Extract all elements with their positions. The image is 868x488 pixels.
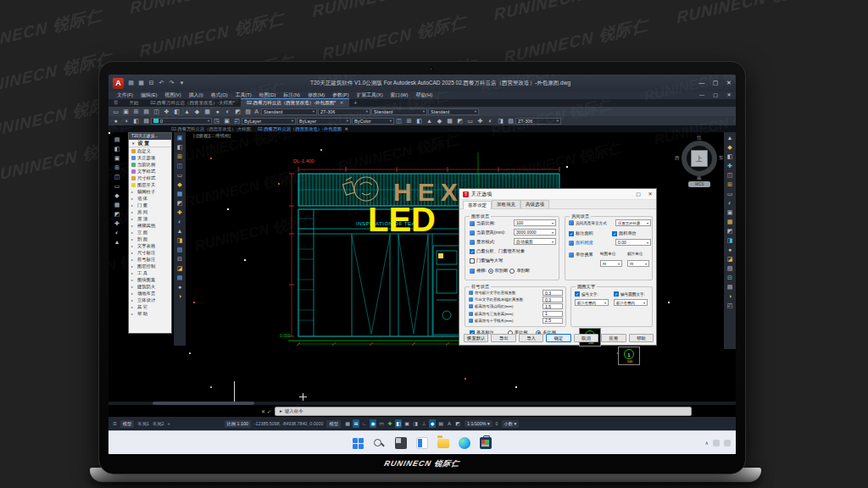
checkbox-checked-icon[interactable] <box>569 231 574 236</box>
circle-text-combo-1[interactable]: 标注在圈内▾ <box>575 299 609 306</box>
tz-section-15[interactable]: ▸建筑防火 <box>129 283 171 290</box>
docked-toolbar-icon[interactable]: ⊟ <box>726 274 734 281</box>
linetype-combo[interactable]: ByLayer▾ <box>297 118 351 125</box>
doc-minimize-button[interactable]: — <box>695 92 709 99</box>
status-toggle-icon[interactable]: ▭ <box>378 419 385 428</box>
checkbox-checked-icon[interactable] <box>575 291 580 297</box>
docked-toolbar-icon[interactable]: ◩ <box>114 210 121 218</box>
dialog-maximize-button[interactable]: ▢ <box>632 189 644 200</box>
radio-icon[interactable] <box>509 269 515 274</box>
dialog-button-generic[interactable]: 恢复默认 <box>464 334 488 342</box>
status-toggle-icon[interactable]: ▤ <box>437 419 444 428</box>
docked-toolbar-icon[interactable]: ✚ <box>176 208 184 216</box>
layer-tool-icon[interactable]: ▤ <box>142 117 150 125</box>
draw-unit-combo[interactable]: m▾ <box>600 260 622 267</box>
tz-section-8[interactable]: ▸剖 面 <box>129 236 171 242</box>
dim-unit-combo[interactable]: m▾ <box>627 260 649 267</box>
tz-section-11[interactable]: ▸符号标注 <box>129 256 171 263</box>
toolbar-icon[interactable]: ▣ <box>122 108 130 116</box>
docked-toolbar-icon[interactable]: ◆ <box>726 143 734 151</box>
dim-style-combo-2[interactable]: ZT-306▾ <box>515 118 561 125</box>
tz-tool-3[interactable]: 当前比例 <box>129 161 171 168</box>
tz-section-1[interactable]: ▸轴网柱子 <box>129 188 171 195</box>
status-toggle-icon[interactable]: ⊥ <box>420 419 427 428</box>
menu-item[interactable]: 扩展工具(X) <box>357 92 383 99</box>
toolbar-icon[interactable]: ⊞ <box>132 108 140 116</box>
compass-north[interactable]: 北 <box>697 135 702 141</box>
tz-tool-2[interactable]: 天正选项 <box>129 154 171 161</box>
modify-tool-icon[interactable]: ◫ <box>395 117 403 125</box>
status-toggle-icon[interactable]: ◧ <box>395 419 402 428</box>
docked-toolbar-icon[interactable]: ▭ <box>114 182 121 190</box>
precision-combo[interactable]: 0.00▾ <box>615 239 651 246</box>
status-toggle-icon[interactable]: ◉ <box>370 419 376 428</box>
layer-tool-icon[interactable]: ◳ <box>213 117 220 125</box>
viewport-controls[interactable]: [-][俯视][二维线框] <box>193 133 231 139</box>
docked-toolbar-icon[interactable]: ▲ <box>114 238 121 246</box>
menu-item[interactable]: 窗口(W) <box>391 92 409 99</box>
docked-toolbar-icon[interactable]: ◧ <box>114 145 121 152</box>
layer-tool-icon[interactable]: ◑ <box>122 117 130 125</box>
tray-network-icon[interactable] <box>713 440 720 446</box>
docked-toolbar-icon[interactable]: ● <box>176 283 184 291</box>
dialog-button-generic[interactable]: 导出 <box>491 334 515 342</box>
modify-tool-icon[interactable]: ▭ <box>466 117 474 125</box>
start-tab[interactable]: 开始 <box>123 99 144 107</box>
symbol-row-input[interactable]: 0.3 <box>542 297 563 302</box>
tz-section-10[interactable]: ▸尺寸标注 <box>129 249 171 256</box>
layer-tool-icon[interactable]: ◰ <box>233 117 241 125</box>
menu-item[interactable]: 帮助(H) <box>416 92 433 99</box>
compass-east[interactable]: 东 <box>719 155 724 161</box>
quick-access-icon[interactable]: ▾ <box>178 79 186 87</box>
quick-access-icon[interactable]: ↶ <box>158 79 165 87</box>
hamburger-icon[interactable]: ☰ <box>114 99 118 107</box>
maximize-button[interactable]: ▢ <box>709 75 722 92</box>
docked-toolbar-icon[interactable]: ▲ <box>176 227 184 235</box>
scale-indicator[interactable]: 比例 1:100 <box>225 420 251 428</box>
layer-tool-icon[interactable]: ● <box>112 117 120 125</box>
modify-tool-icon[interactable]: ▦ <box>446 117 453 125</box>
tz-section-3[interactable]: ▸门 窗 <box>129 202 171 208</box>
docked-toolbar-icon[interactable]: ◫ <box>726 171 734 179</box>
dialog-titlebar[interactable]: T 天正选项 ▢ ✕ <box>459 189 656 200</box>
symbol-row-input[interactable]: 2.5 <box>542 318 563 324</box>
modify-tool-icon[interactable]: ▲ <box>426 117 433 125</box>
docked-toolbar-icon[interactable]: ◰ <box>726 302 734 309</box>
text-style-icon[interactable]: A <box>253 108 260 116</box>
toolbar-icon[interactable]: ◧ <box>173 108 181 116</box>
tab-bold-fill[interactable]: 加粗填充 <box>492 200 520 208</box>
modify-tool-icon[interactable]: ⊞ <box>405 117 413 125</box>
new-layout-button[interactable]: + <box>167 421 170 426</box>
toolbar-icon[interactable]: ▦ <box>203 108 211 116</box>
checkbox-checked-icon[interactable] <box>470 249 475 254</box>
tz-section-5[interactable]: ▸屋 顶 <box>129 215 171 222</box>
doc-maximize-button[interactable]: ▢ <box>709 92 722 99</box>
docked-toolbar-icon[interactable]: ▤ <box>176 274 184 281</box>
drawing-tab-1[interactable]: 02.西餐万科云店（西营里改造）-大样图* <box>144 99 241 107</box>
quick-access-icon[interactable]: ↷ <box>168 79 175 87</box>
docked-toolbar-icon[interactable]: ◨ <box>176 236 184 244</box>
menu-item[interactable]: 插入(I) <box>189 92 203 99</box>
menu-item[interactable]: 格式(O) <box>211 92 228 99</box>
toolbar-icon[interactable]: ▧ <box>244 108 252 116</box>
symbol-row-input[interactable]: 1 <box>542 311 563 317</box>
file-explorer-button[interactable] <box>437 437 449 449</box>
doc-tab-1[interactable]: 02.西餐万科云店（西营里改造）-大样图 <box>171 126 251 132</box>
minimize-button[interactable]: — <box>695 75 709 92</box>
menu-item[interactable]: 视图(V) <box>164 92 181 99</box>
layer-combo[interactable]: 0 ▾ <box>151 118 212 125</box>
start-button[interactable] <box>353 437 364 449</box>
status-toggle-icon[interactable]: A <box>446 419 453 428</box>
status-toggle-icon[interactable]: ◩ <box>454 419 461 428</box>
quick-access-icon[interactable]: ▦ <box>137 79 145 87</box>
docked-toolbar-icon[interactable]: ◆ <box>114 191 121 199</box>
tab-close-icon[interactable]: ✕ <box>340 100 344 105</box>
docked-toolbar-icon[interactable]: ◧ <box>726 152 734 160</box>
docked-toolbar-icon[interactable]: ◩ <box>176 199 184 207</box>
tz-section-2[interactable]: ▸墙 体 <box>129 195 171 202</box>
tz-section-7[interactable]: ▸立 面 <box>129 229 171 236</box>
microsoft-store-button[interactable] <box>480 437 492 449</box>
dialog-button-generic[interactable]: 取消 <box>574 334 598 342</box>
tab-advanced[interactable]: 高级选项 <box>520 200 549 208</box>
toolbar-icon[interactable]: ◩ <box>234 108 242 116</box>
